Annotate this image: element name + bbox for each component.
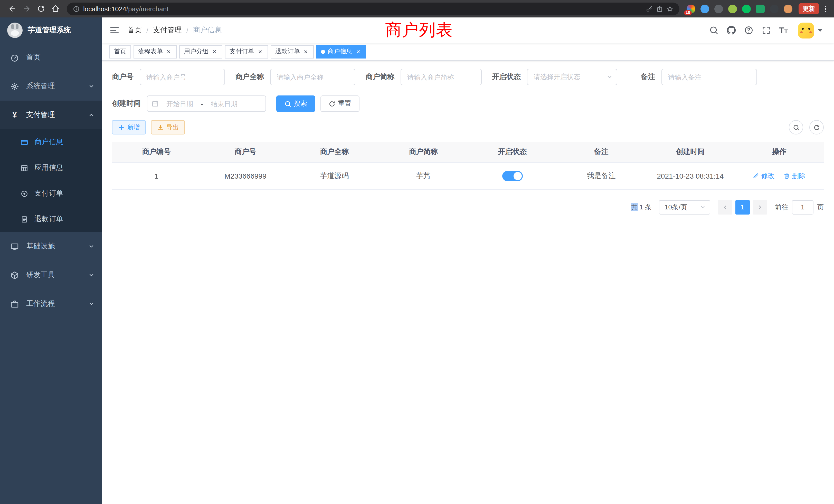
sidebar-item-label: 工作流程 <box>26 299 55 308</box>
extension-icon-avatar-green[interactable] <box>728 4 737 13</box>
breadcrumb: 首页 / 支付管理 / 商户信息 <box>127 26 222 35</box>
pencil-icon <box>753 173 759 179</box>
status-select[interactable]: 请选择开启状态 <box>527 69 617 85</box>
chevron-left-icon <box>722 204 728 210</box>
fullscreen-button[interactable] <box>758 18 775 43</box>
next-page-button[interactable] <box>753 200 767 214</box>
search-icon <box>285 100 291 107</box>
toolbar-right <box>789 120 824 135</box>
refresh-table-button[interactable] <box>809 120 824 135</box>
download-icon <box>157 124 164 131</box>
app-root: 芋道管理系统 首页 系统管理 ¥ 支付管理 <box>0 18 834 504</box>
dashboard-icon <box>10 53 19 62</box>
close-icon[interactable]: × <box>303 48 309 55</box>
github-button[interactable] <box>723 18 740 43</box>
button-label: 新增 <box>127 123 140 132</box>
full-name-input[interactable] <box>270 69 355 85</box>
sidebar-item-refund-order[interactable]: 退款订单 <box>0 206 102 232</box>
end-date-input[interactable] <box>204 100 244 108</box>
start-date-input[interactable] <box>160 100 200 108</box>
tab-home[interactable]: 首页 <box>109 45 131 58</box>
tab-label: 首页 <box>114 47 126 56</box>
reset-button[interactable]: 重置 <box>321 95 359 112</box>
export-button[interactable]: 导出 <box>151 120 185 135</box>
date-range-picker[interactable]: - <box>147 95 266 112</box>
close-icon[interactable]: × <box>355 48 361 55</box>
col-status: 开启状态 <box>468 142 557 162</box>
page-number-button[interactable]: 1 <box>736 200 750 214</box>
browser-menu-button[interactable] <box>822 5 829 12</box>
edit-button[interactable]: 修改 <box>753 171 775 180</box>
briefcase-icon <box>10 299 19 308</box>
extension-icon-blue[interactable] <box>701 4 709 13</box>
sidebar-item-workflow[interactable]: 工作流程 <box>0 290 102 318</box>
sidebar-item-infrastructure[interactable]: 基础设施 <box>0 232 102 261</box>
app-logo[interactable]: 芋道管理系统 <box>0 18 102 43</box>
extension-icon-dark[interactable] <box>770 4 778 13</box>
help-button[interactable] <box>740 18 758 43</box>
back-button[interactable] <box>5 2 20 16</box>
breadcrumb-payment[interactable]: 支付管理 <box>153 26 182 35</box>
close-icon[interactable]: × <box>166 48 172 55</box>
extension-icon-wechat[interactable] <box>742 4 751 13</box>
tab-pay-order[interactable]: 支付订单× <box>225 45 268 58</box>
sidebar-item-system[interactable]: 系统管理 <box>0 72 102 100</box>
hamburger-button[interactable] <box>102 18 127 43</box>
chevron-up-icon <box>88 112 94 118</box>
merchant-no-input[interactable] <box>140 69 225 85</box>
chevron-down-icon <box>607 74 613 80</box>
sidebar-item-payment[interactable]: ¥ 支付管理 <box>0 100 102 129</box>
sidebar-item-label: 系统管理 <box>26 82 55 91</box>
breadcrumb-home[interactable]: 首页 <box>127 26 142 35</box>
forward-button[interactable] <box>20 2 34 16</box>
tab-merchant-info[interactable]: 商户信息× <box>316 45 366 58</box>
cell-merchant-id: 1 <box>112 162 201 189</box>
sidebar-item-label: 支付订单 <box>35 189 63 198</box>
bookmark-star-icon[interactable] <box>666 5 673 12</box>
sidebar-item-home[interactable]: 首页 <box>0 43 102 72</box>
delete-button[interactable]: 删除 <box>784 171 806 180</box>
plus-icon <box>118 124 125 131</box>
extension-icon-colorful[interactable]: 10 <box>687 4 695 13</box>
font-size-button[interactable]: TT <box>775 18 792 43</box>
navbar-actions: TT <box>705 18 834 43</box>
sidebar-submenu-payment: 商户信息 应用信息 支付订单 退款订单 <box>0 129 102 232</box>
page-size-select[interactable]: 10条/页 <box>659 200 710 214</box>
reload-button[interactable] <box>34 2 48 16</box>
fullscreen-icon <box>762 26 771 35</box>
tab-refund-order[interactable]: 退款订单× <box>271 45 314 58</box>
status-toggle[interactable] <box>502 171 523 181</box>
font-size-icon: TT <box>779 26 788 35</box>
remark-input[interactable] <box>661 69 757 85</box>
sidebar-item-merchant-info[interactable]: 商户信息 <box>0 129 102 155</box>
user-menu[interactable] <box>798 22 823 38</box>
tab-label: 流程表单 <box>138 47 163 56</box>
prev-page-button[interactable] <box>718 200 732 214</box>
add-button[interactable]: 新增 <box>112 120 146 135</box>
extension-icon-green-doc[interactable] <box>756 4 765 13</box>
chevron-down-icon <box>88 243 94 249</box>
toggle-search-button[interactable] <box>789 120 803 135</box>
extension-icon-gray[interactable] <box>714 4 723 13</box>
breadcrumb-current: 商户信息 <box>193 26 222 35</box>
profile-avatar-icon[interactable] <box>784 4 792 13</box>
share-icon[interactable] <box>656 5 663 12</box>
sidebar-item-pay-order[interactable]: 支付订单 <box>0 181 102 206</box>
page-info-icon[interactable] <box>73 5 80 12</box>
home-button[interactable] <box>48 2 63 16</box>
search-button[interactable]: 搜索 <box>276 95 315 112</box>
browser-update-button[interactable]: 更新 <box>798 3 819 14</box>
password-key-icon[interactable] <box>646 5 653 12</box>
goto-page-input[interactable] <box>792 200 813 214</box>
sidebar-item-app-info[interactable]: 应用信息 <box>0 155 102 181</box>
close-icon[interactable]: × <box>211 48 218 55</box>
refresh-icon <box>329 100 335 107</box>
tab-user-group[interactable]: 用户分组× <box>179 45 222 58</box>
action-label: 删除 <box>792 171 806 180</box>
short-name-input[interactable] <box>400 69 482 85</box>
sidebar-item-dev-tools[interactable]: 研发工具 <box>0 261 102 290</box>
tab-process-form[interactable]: 流程表单× <box>133 45 177 58</box>
header-search-button[interactable] <box>705 18 723 43</box>
close-icon[interactable]: × <box>257 48 263 55</box>
address-bar[interactable]: localhost:1024/pay/merchant <box>67 2 679 15</box>
